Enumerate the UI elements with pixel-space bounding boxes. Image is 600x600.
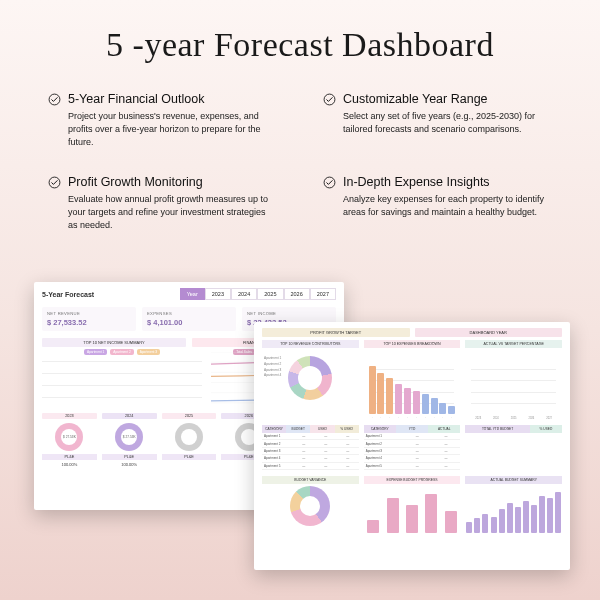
svg-point-3 <box>324 177 335 188</box>
year-button[interactable]: 2026 <box>284 288 310 300</box>
svg-point-1 <box>324 94 335 105</box>
section-strip: ACTUAL VS TARGET PERCENTAGE <box>465 340 562 348</box>
year-button[interactable]: 2024 <box>231 288 257 300</box>
donut-chart-revenue: Apartment 1Apartment 2Apartment 3Apartme… <box>262 352 359 420</box>
dashboard-stage: 5-Year Forecast Year 2023 2024 2025 2026… <box>0 272 600 600</box>
check-icon <box>323 176 336 189</box>
bar-chart-expense-progress: EXPENSE BUDGET PROGRESS <box>364 476 461 539</box>
svg-point-0 <box>49 94 60 105</box>
feature-heading: In-Depth Expense Insights <box>343 175 490 189</box>
section-strip: BUDGET VARIANCE <box>262 476 359 484</box>
pill-header: DASHBOARD YEAR <box>415 328 563 337</box>
card-title: 5-Year Forecast <box>42 291 94 298</box>
kpi-value: $ 4,101.00 <box>147 316 231 327</box>
page-title: 5 -year Forecast Dashboard <box>0 0 600 64</box>
kpi-net-revenue: NET REVENUE $ 27,533.52 <box>42 307 136 331</box>
th: CATEGORY <box>262 425 286 433</box>
section-header: TOP 10 NET INCOME SUMMARY <box>42 338 186 347</box>
section-strip: ACTUAL BUDGET SUMMARY <box>465 476 562 484</box>
bar-chart-actual-summary: ACTUAL BUDGET SUMMARY <box>465 476 562 539</box>
bar-chart-expenses: ·········· <box>364 352 461 420</box>
feature-range: Customizable Year Range Select any set o… <box>323 92 552 149</box>
bar-chart-net-income: Apartment 1 Apartment 2 Apartment 3 <box>42 349 202 409</box>
th: % USED <box>530 425 562 433</box>
th: CATEGORY <box>364 425 396 433</box>
check-icon <box>323 93 336 106</box>
section-strip: TOP 10 EXPENSES BREAKDOWN <box>364 340 461 348</box>
year-button[interactable]: 2023 <box>205 288 231 300</box>
feature-heading: Customizable Year Range <box>343 92 488 106</box>
year-button[interactable]: 2027 <box>310 288 336 300</box>
feature-heading: Profit Growth Monitoring <box>68 175 203 189</box>
feature-heading: 5-Year Financial Outlook <box>68 92 204 106</box>
th: YTD <box>396 425 428 433</box>
check-icon <box>48 176 61 189</box>
kpi-value: $ 27,533.52 <box>47 316 131 327</box>
kpi-expenses: EXPENSES $ 4,101.00 <box>142 307 236 331</box>
feature-desc: Evaluate how annual profit growth measur… <box>48 189 277 232</box>
table-ytd: CATEGORY YTD ACTUAL Apartment 1——Apartme… <box>364 425 461 470</box>
section-strip: TOP 10 REVENUE CONTRIBUTORS <box>262 340 359 348</box>
th: % USED <box>335 425 359 433</box>
pill-header: PROFIT GROWTH TARGET <box>262 328 410 337</box>
feature-outlook: 5-Year Financial Outlook Project your bu… <box>48 92 277 149</box>
year-selector: Year 2023 2024 2025 2026 2027 <box>180 288 336 300</box>
svg-point-2 <box>49 177 60 188</box>
year-label-button[interactable]: Year <box>180 288 205 300</box>
th: ACTUAL <box>428 425 460 433</box>
feature-desc: Select any set of five years (e.g., 2025… <box>323 106 552 136</box>
feature-desc: Analyze key expenses for each property t… <box>323 189 552 219</box>
bar-chart-actual-target: 20232024202520262027 <box>465 352 562 420</box>
th: TOTAL YTD BUDGET <box>465 425 529 433</box>
check-icon <box>48 93 61 106</box>
year-button[interactable]: 2025 <box>257 288 283 300</box>
donut-chart-variance: BUDGET VARIANCE <box>262 476 359 539</box>
feature-desc: Project your business's revenue, expense… <box>48 106 277 149</box>
feature-expense: In-Depth Expense Insights Analyze key ex… <box>323 175 552 232</box>
feature-profit: Profit Growth Monitoring Evaluate how an… <box>48 175 277 232</box>
budget-summary: TOTAL YTD BUDGET % USED <box>465 425 562 470</box>
section-strip: EXPENSE BUDGET PROGRESS <box>364 476 461 484</box>
feature-grid: 5-Year Financial Outlook Project your bu… <box>0 64 600 232</box>
